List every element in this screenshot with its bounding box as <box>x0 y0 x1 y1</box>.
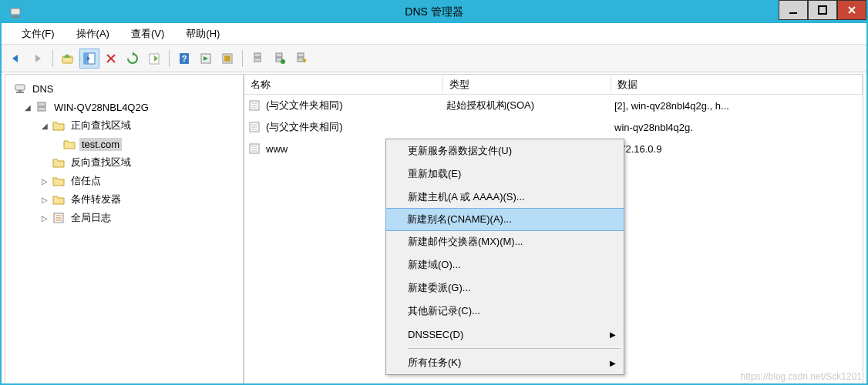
ctx-new-delegation[interactable]: 新建委派(G)... <box>386 276 624 300</box>
toolbar-separator <box>169 50 170 67</box>
server-icon <box>35 100 49 114</box>
svg-rect-1 <box>14 15 17 16</box>
toolbar-separator <box>52 50 53 67</box>
action-button-2[interactable] <box>217 49 237 69</box>
menu-help[interactable]: 帮助(H) <box>175 25 230 43</box>
toolbar-separator <box>242 50 243 67</box>
ctx-dnssec[interactable]: DNSSEC(D)▶ <box>386 323 624 346</box>
svg-rect-26 <box>19 90 22 92</box>
cell-name: (与父文件夹相同) <box>244 99 443 112</box>
up-button[interactable] <box>58 49 78 69</box>
window-controls <box>779 0 866 20</box>
cell-text: (与父文件夹相同) <box>266 99 343 112</box>
ctx-label: DNSSEC(D) <box>408 329 463 340</box>
expand-icon[interactable]: ▷ <box>39 213 50 223</box>
folder-icon <box>62 137 76 151</box>
svg-text:?: ? <box>182 54 187 63</box>
help-button[interactable]: ? <box>174 49 194 69</box>
refresh-button[interactable] <box>123 49 143 69</box>
svg-rect-28 <box>38 102 45 106</box>
tree-server[interactable]: ◢ WIN-QV28NBL4Q2G <box>8 98 240 116</box>
nav-forward-button[interactable] <box>28 49 48 69</box>
close-button[interactable] <box>837 0 866 20</box>
submenu-arrow-icon: ▶ <box>610 359 616 367</box>
folder-icon <box>52 192 66 206</box>
collapse-icon[interactable]: ◢ <box>39 120 50 131</box>
context-menu: 更新服务器数据文件(U) 重新加载(E) 新建主机(A 或 AAAA)(S)..… <box>385 139 624 375</box>
cell-type: 起始授权机构(SOA) <box>443 99 611 112</box>
svg-rect-27 <box>16 92 24 93</box>
action-button-1[interactable] <box>196 49 216 69</box>
minimize-button[interactable] <box>779 0 808 20</box>
tree-reverse-zones[interactable]: 反向查找区域 <box>8 153 240 172</box>
submenu-arrow-icon: ▶ <box>610 330 616 339</box>
list-row[interactable]: (与父文件夹相同) win-qv28nbl4q2g. <box>244 116 863 138</box>
tree-conditional-forwarders[interactable]: ▷ 条件转发器 <box>8 190 240 209</box>
cell-data: 172.16.0.9 <box>611 143 863 155</box>
ctx-label: 更新服务器数据文件(U) <box>408 144 512 158</box>
ctx-new-domain[interactable]: 新建域(O)... <box>386 253 624 276</box>
svg-rect-19 <box>254 58 261 62</box>
svg-point-22 <box>281 59 285 64</box>
ctx-label: 其他新记录(C)... <box>408 304 480 318</box>
server-button-1[interactable] <box>247 49 267 69</box>
maximize-button[interactable] <box>808 0 837 20</box>
ctx-new-host[interactable]: 新建主机(A 或 AAAA)(S)... <box>386 186 624 209</box>
record-icon <box>247 142 261 156</box>
folder-icon <box>52 174 66 188</box>
tree-forward-zones[interactable]: ◢ 正向查找区域 <box>8 116 240 135</box>
dns-icon <box>13 82 27 95</box>
expand-icon[interactable]: ▷ <box>39 176 50 186</box>
column-header-name[interactable]: 名称 <box>244 75 443 94</box>
record-icon <box>247 99 261 112</box>
svg-rect-17 <box>224 55 230 62</box>
delete-button[interactable] <box>101 49 121 69</box>
cell-data: win-qv28nbl4q2g. <box>611 122 863 133</box>
column-header-data[interactable]: 数据 <box>611 75 863 94</box>
cell-text: (与父文件夹相同) <box>266 120 343 134</box>
nav-back-button[interactable] <box>6 49 26 69</box>
export-button[interactable] <box>144 49 164 69</box>
list-row[interactable]: (与父文件夹相同) 起始授权机构(SOA) [2], win-qv28nbl4q… <box>244 95 863 116</box>
column-header-type[interactable]: 类型 <box>443 75 611 94</box>
ctx-label: 新建域(O)... <box>408 258 461 272</box>
svg-rect-18 <box>254 53 261 57</box>
tree-zone-testcom[interactable]: test.com <box>8 135 240 153</box>
svg-rect-23 <box>298 53 304 57</box>
cell-data: [2], win-qv28nbl4q2g., h... <box>611 100 863 112</box>
tree-label: DNS <box>30 82 56 95</box>
filter-button[interactable] <box>291 49 311 69</box>
svg-rect-2 <box>12 16 19 18</box>
ctx-new-cname[interactable]: 新建别名(CNAME)(A)... <box>385 208 624 231</box>
folder-icon <box>52 156 66 169</box>
cell-text: www <box>266 143 288 155</box>
svg-rect-4 <box>819 6 826 14</box>
ctx-reload[interactable]: 重新加载(E) <box>386 162 624 186</box>
app-icon <box>9 6 22 18</box>
ctx-separator <box>408 348 621 349</box>
titlebar: DNS 管理器 <box>2 2 866 23</box>
logs-icon <box>52 211 66 225</box>
ctx-new-mx[interactable]: 新建邮件交换器(MX)(M)... <box>386 230 624 253</box>
ctx-label: 重新加载(E) <box>408 167 461 181</box>
tree-global-logs[interactable]: ▷ 全局日志 <box>8 209 240 227</box>
ctx-all-tasks[interactable]: 所有任务(K)▶ <box>386 351 624 374</box>
ctx-label: 新建委派(G)... <box>408 281 471 295</box>
tree-label: 信任点 <box>69 173 103 189</box>
list-header: 名称 类型 数据 <box>244 75 863 95</box>
folder-icon <box>52 119 66 132</box>
expand-icon[interactable]: ▷ <box>39 194 50 205</box>
menu-action[interactable]: 操作(A) <box>66 25 120 43</box>
menu-view[interactable]: 查看(V) <box>120 25 175 43</box>
ctx-other-records[interactable]: 其他新记录(C)... <box>386 300 624 323</box>
collapse-icon[interactable]: ◢ <box>22 102 33 112</box>
ctx-update-server-data[interactable]: 更新服务器数据文件(U) <box>386 139 624 162</box>
server-button-2[interactable] <box>269 49 289 69</box>
cell-name: (与父文件夹相同) <box>244 120 443 134</box>
menu-file[interactable]: 文件(F) <box>11 25 66 43</box>
tree-root[interactable]: DNS <box>8 79 240 98</box>
tree-panel: DNS ◢ WIN-QV28NBL4Q2G ◢ 正向查找区域 test.com … <box>5 74 244 383</box>
show-hide-tree-button[interactable] <box>79 49 99 69</box>
svg-rect-20 <box>276 53 282 57</box>
tree-trust-points[interactable]: ▷ 信任点 <box>8 172 240 190</box>
